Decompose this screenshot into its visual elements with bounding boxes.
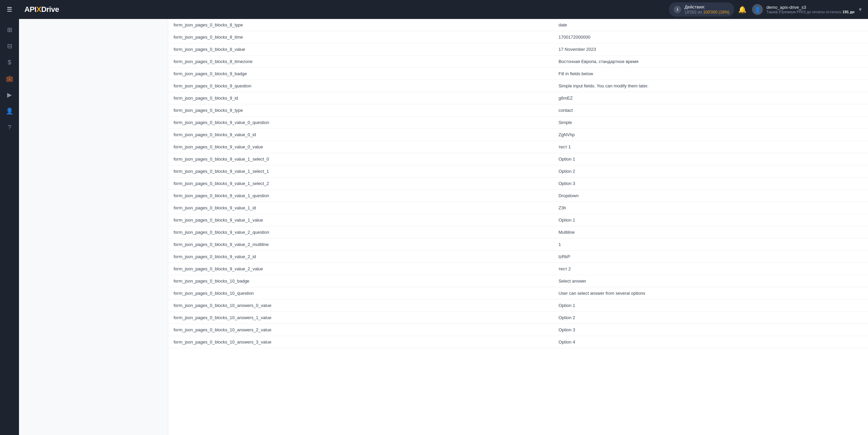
main-wrapper: APIXDrive i Действия: 18'002 из 100'000 … (19, 0, 868, 435)
table-row: form_json_pages_0_blocks_10_answers_0_va… (168, 299, 868, 312)
media-icon: ▶ (7, 91, 12, 99)
table-cell-value: Select answer (553, 275, 868, 287)
table-cell-value: 1 (553, 239, 868, 251)
table-cell-value: contact (553, 104, 868, 117)
table-row: form_json_pages_0_blocks_9_typecontact (168, 104, 868, 117)
sidebar-item-help[interactable]: ? (3, 121, 16, 134)
table-row: form_json_pages_0_blocks_10_answers_3_va… (168, 336, 868, 348)
table-row: form_json_pages_0_blocks_9_questionSimpl… (168, 80, 868, 92)
table-cell-value: Option 1 (553, 299, 868, 312)
table-row: form_json_pages_0_blocks_10_badgeSelect … (168, 275, 868, 287)
topbar-right: 🔔 👤 demo_apix-drive_s3 Тариф |Премиум PR… (738, 4, 863, 15)
table-cell-key: form_json_pages_0_blocks_8_value (168, 43, 553, 56)
jobs-icon: 💼 (6, 75, 13, 82)
table-cell-key: form_json_pages_0_blocks_8_type (168, 19, 553, 31)
data-table-wrapper[interactable]: form_json_pages_0_blocks_8_typedateform_… (168, 19, 868, 435)
sidebar-nav: ⊞ ⊟ $ 💼 ▶ 👤 ? (3, 19, 16, 435)
table-cell-key: form_json_pages_0_blocks_9_value_0_id (168, 129, 553, 141)
sidebar-item-media[interactable]: ▶ (3, 88, 16, 102)
table-cell-value: Option 1 (553, 214, 868, 226)
table-row: form_json_pages_0_blocks_9_idg6mEZ (168, 92, 868, 104)
table-cell-key: form_json_pages_0_blocks_9_value_2_value (168, 263, 553, 275)
table-cell-key: form_json_pages_0_blocks_9_value_0_quest… (168, 117, 553, 129)
table-cell-key: form_json_pages_0_blocks_9_value_2_multi… (168, 239, 553, 251)
table-cell-value: Dropdown (553, 190, 868, 202)
logo-drive: Drive (41, 5, 59, 14)
table-cell-value: Option 4 (553, 336, 868, 348)
bell-icon[interactable]: 🔔 (738, 5, 747, 14)
table-cell-value: User can select answer from several opti… (553, 287, 868, 299)
table-row: form_json_pages_0_blocks_8_timezoneВосто… (168, 56, 868, 68)
profile-icon: 👤 (6, 107, 13, 115)
table-cell-value: tzRkP (553, 251, 868, 263)
table-cell-key: form_json_pages_0_blocks_9_value_1_id (168, 202, 553, 214)
table-cell-key: form_json_pages_0_blocks_10_answers_0_va… (168, 299, 553, 312)
actions-info-icon: i (674, 6, 681, 13)
table-cell-key: form_json_pages_0_blocks_9_type (168, 104, 553, 117)
table-cell-value: g6mEZ (553, 92, 868, 104)
table-cell-key: form_json_pages_0_blocks_10_answers_3_va… (168, 336, 553, 348)
table-cell-key: form_json_pages_0_blocks_9_value_2_id (168, 251, 553, 263)
logo-text: APIXDrive (24, 5, 59, 14)
menu-icon: ☰ (7, 6, 12, 13)
table-cell-key: form_json_pages_0_blocks_9_id (168, 92, 553, 104)
table-cell-value: Fill in fields below (553, 68, 868, 80)
table-cell-value: Option 2 (553, 165, 868, 178)
table-row: form_json_pages_0_blocks_9_value_0_quest… (168, 117, 868, 129)
data-table: form_json_pages_0_blocks_8_typedateform_… (168, 19, 868, 348)
logo-x: X (36, 5, 41, 14)
table-cell-value: Z3h (553, 202, 868, 214)
table-cell-value: Option 3 (553, 324, 868, 336)
table-cell-value: тест 1 (553, 141, 868, 153)
table-row: form_json_pages_0_blocks_9_value_2_idtzR… (168, 251, 868, 263)
table-row: form_json_pages_0_blocks_9_value_1_selec… (168, 165, 868, 178)
table-row: form_json_pages_0_blocks_9_value_2_value… (168, 263, 868, 275)
table-row: form_json_pages_0_blocks_10_questionUser… (168, 287, 868, 299)
topbar: APIXDrive i Действия: 18'002 из 100'000 … (19, 0, 868, 19)
sidebar-item-profile[interactable]: 👤 (3, 104, 16, 118)
sidebar-item-home[interactable]: ⊞ (3, 23, 16, 37)
table-row: form_json_pages_0_blocks_9_value_1_quest… (168, 190, 868, 202)
table-cell-value: ZgNVhp (553, 129, 868, 141)
table-cell-key: form_json_pages_0_blocks_9_value_1_selec… (168, 165, 553, 178)
table-row: form_json_pages_0_blocks_9_value_1_idZ3h (168, 202, 868, 214)
help-icon: ? (8, 124, 11, 131)
logo: APIXDrive (24, 5, 59, 14)
sidebar-item-billing[interactable]: $ (3, 56, 16, 69)
sidebar-toggle[interactable]: ☰ (0, 0, 19, 19)
user-section[interactable]: 👤 demo_apix-drive_s3 Тариф |Премиум PRO|… (752, 4, 863, 15)
table-cell-key: form_json_pages_0_blocks_9_value_1_selec… (168, 153, 553, 165)
avatar-icon: 👤 (754, 6, 761, 13)
sidebar-item-jobs[interactable]: 💼 (3, 72, 16, 85)
left-panel (19, 19, 168, 435)
table-cell-key: form_json_pages_0_blocks_8_time (168, 31, 553, 43)
actions-label: Действия: (685, 4, 729, 10)
table-row: form_json_pages_0_blocks_9_value_2_multi… (168, 239, 868, 251)
sidebar-item-connections[interactable]: ⊟ (3, 39, 16, 53)
user-name: demo_apix-drive_s3 (766, 5, 854, 10)
table-row: form_json_pages_0_blocks_8_value17 Novem… (168, 43, 868, 56)
table-cell-key: form_json_pages_0_blocks_8_timezone (168, 56, 553, 68)
logo-api: API (24, 5, 36, 14)
table-row: form_json_pages_0_blocks_9_badgeFill in … (168, 68, 868, 80)
table-cell-value: date (553, 19, 868, 31)
table-row: form_json_pages_0_blocks_9_value_0_idZgN… (168, 129, 868, 141)
table-row: form_json_pages_0_blocks_8_time170017200… (168, 31, 868, 43)
actions-count: 18'002 из 100'000 (18%) (685, 10, 729, 15)
table-cell-value: Option 2 (553, 312, 868, 324)
content-area: form_json_pages_0_blocks_8_typedateform_… (19, 19, 868, 435)
table-cell-key: form_json_pages_0_blocks_9_value_2_quest… (168, 226, 553, 239)
actions-badge[interactable]: i Действия: 18'002 из 100'000 (18%) (669, 2, 734, 17)
home-icon: ⊞ (7, 26, 12, 34)
table-cell-value: тест 2 (553, 263, 868, 275)
table-cell-value: 1700172000000 (553, 31, 868, 43)
table-row: form_json_pages_0_blocks_9_value_0_value… (168, 141, 868, 153)
table-row: form_json_pages_0_blocks_10_answers_2_va… (168, 324, 868, 336)
table-row: form_json_pages_0_blocks_9_value_1_selec… (168, 153, 868, 165)
user-plan: Тариф |Премиум PRO| до оплаты осталось 1… (766, 10, 854, 14)
sidebar: ☰ ⊞ ⊟ $ 💼 ▶ 👤 ? (0, 0, 19, 435)
table-cell-key: form_json_pages_0_blocks_9_value_1_selec… (168, 178, 553, 190)
user-info: demo_apix-drive_s3 Тариф |Премиум PRO| д… (766, 5, 854, 15)
actions-text: Действия: 18'002 из 100'000 (18%) (685, 4, 729, 15)
table-cell-value: Option 3 (553, 178, 868, 190)
